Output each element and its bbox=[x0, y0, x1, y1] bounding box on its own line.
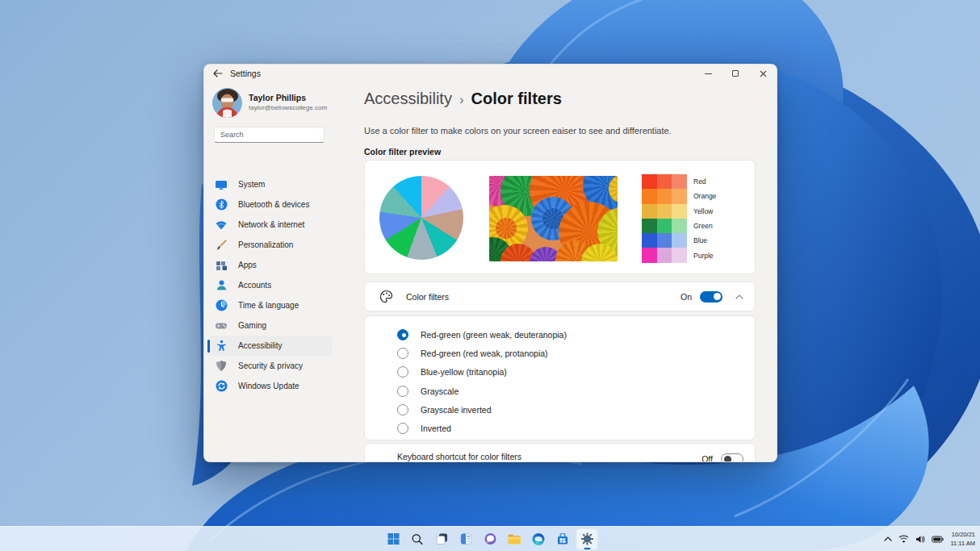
back-button[interactable] bbox=[207, 65, 228, 82]
sidebar-item-gaming[interactable]: Gaming bbox=[207, 315, 332, 336]
option-deuteranopia[interactable]: Red-green (green weak, deuteranopia) bbox=[397, 325, 755, 344]
radio[interactable] bbox=[397, 423, 408, 434]
swatch-row bbox=[642, 219, 687, 233]
widgets-icon[interactable] bbox=[455, 528, 477, 550]
taskbar-search-icon[interactable] bbox=[407, 528, 429, 550]
swatch-cell bbox=[672, 204, 687, 219]
brush-icon bbox=[215, 239, 228, 252]
radio[interactable] bbox=[397, 386, 408, 397]
keyboard-shortcut-toggle[interactable] bbox=[721, 453, 743, 462]
close-button[interactable] bbox=[749, 65, 777, 82]
search-icon bbox=[318, 131, 319, 139]
tray-clock[interactable]: 10/20/21 11:11 AM bbox=[950, 530, 975, 549]
swatch-cell bbox=[672, 174, 687, 189]
swatch-cell bbox=[642, 189, 657, 203]
edge-icon[interactable] bbox=[528, 528, 550, 550]
breadcrumb-parent[interactable]: Accessibility bbox=[364, 90, 452, 108]
sidebar-item-system[interactable]: System bbox=[207, 174, 332, 194]
avatar bbox=[212, 88, 242, 118]
tray-battery-icon[interactable] bbox=[932, 536, 944, 543]
option-grayscale-inverted[interactable]: Grayscale inverted bbox=[397, 400, 755, 419]
gamepad-icon bbox=[215, 319, 228, 332]
option-tritanopia[interactable]: Blue-yellow (tritanopia) bbox=[397, 363, 755, 382]
swatch-cell bbox=[657, 174, 672, 189]
swatch-row bbox=[642, 204, 687, 219]
swatch-cell bbox=[657, 219, 672, 233]
swatch-label: Green bbox=[693, 219, 716, 233]
preview-swatch-grid bbox=[642, 174, 687, 263]
start-button[interactable] bbox=[383, 528, 404, 550]
chevron-up-icon[interactable] bbox=[735, 294, 743, 299]
option-grayscale[interactable]: Grayscale bbox=[397, 382, 755, 400]
sidebar-nav: System Bluetooth & devices Network & int… bbox=[207, 174, 332, 396]
swatch-cell bbox=[672, 233, 687, 248]
sidebar-item-security[interactable]: Security & privacy bbox=[207, 356, 332, 376]
color-filters-toggle[interactable] bbox=[700, 291, 722, 303]
tray-chevron-up-icon[interactable] bbox=[884, 536, 892, 541]
taskbar-settings-icon[interactable] bbox=[576, 528, 598, 550]
sidebar: Taylor Phillips taylor@bellowscollege.co… bbox=[204, 82, 364, 461]
swatch-cell bbox=[657, 248, 672, 262]
tray-date: 10/20/21 bbox=[950, 530, 975, 539]
breadcrumb-separator: › bbox=[459, 92, 464, 108]
apps-icon bbox=[215, 259, 228, 272]
store-icon[interactable] bbox=[552, 528, 574, 550]
radio-selected[interactable] bbox=[397, 329, 408, 340]
sidebar-item-accounts[interactable]: Accounts bbox=[207, 275, 332, 295]
user-profile[interactable]: Taylor Phillips taylor@bellowscollege.co… bbox=[212, 88, 327, 118]
search-input[interactable] bbox=[215, 131, 318, 139]
swatch-row bbox=[642, 189, 687, 203]
color-filters-label: Color filters bbox=[406, 292, 681, 302]
swatch-cell bbox=[657, 189, 672, 203]
shield-icon bbox=[215, 360, 228, 373]
content-pane: Accessibility › Color filters Use a colo… bbox=[364, 82, 777, 461]
swatch-cell bbox=[672, 248, 687, 262]
swatch-row bbox=[642, 248, 687, 262]
radio[interactable] bbox=[397, 404, 408, 415]
sidebar-item-windows-update[interactable]: Windows Update bbox=[207, 376, 332, 396]
sidebar-item-bluetooth[interactable]: Bluetooth & devices bbox=[207, 194, 332, 215]
color-filters-state: On bbox=[681, 292, 692, 302]
swatch-cell bbox=[672, 189, 687, 203]
user-email: taylor@bellowscollege.com bbox=[249, 104, 327, 111]
preview-pinwheel-photo bbox=[489, 176, 618, 261]
sidebar-item-personalization[interactable]: Personalization bbox=[207, 235, 332, 255]
minimize-button[interactable] bbox=[694, 65, 722, 82]
swatch-cell bbox=[672, 219, 687, 233]
chat-icon[interactable] bbox=[480, 528, 501, 550]
tray-wifi-icon[interactable] bbox=[898, 535, 909, 543]
radio[interactable] bbox=[397, 366, 408, 378]
preview-section-label: Color filter preview bbox=[364, 147, 441, 157]
swatch-row bbox=[642, 233, 687, 248]
search-box bbox=[214, 127, 325, 143]
option-inverted[interactable]: Inverted bbox=[397, 419, 755, 437]
swatch-row bbox=[642, 174, 687, 189]
keyboard-shortcut-row: Keyboard shortcut for color filters Pres… bbox=[364, 443, 756, 462]
bluetooth-icon bbox=[215, 198, 228, 211]
maximize-button[interactable] bbox=[722, 65, 749, 82]
sidebar-item-network[interactable]: Network & internet bbox=[207, 215, 332, 235]
breadcrumb: Accessibility › Color filters bbox=[364, 90, 562, 108]
swatch-label: Purple bbox=[693, 248, 716, 262]
task-view-icon[interactable] bbox=[431, 528, 453, 550]
file-explorer-icon[interactable] bbox=[504, 528, 526, 550]
swatch-label: Red bbox=[693, 174, 716, 189]
color-filter-preview-card: RedOrangeYellowGreenBluePurple bbox=[364, 160, 756, 274]
sidebar-item-time-language[interactable]: Time & language bbox=[207, 295, 332, 315]
update-icon bbox=[215, 380, 228, 393]
option-protanopia[interactable]: Red-green (red weak, protanopia) bbox=[397, 344, 755, 362]
clock-icon bbox=[215, 299, 228, 312]
swatch-cell bbox=[642, 233, 657, 248]
taskbar: 10/20/21 11:11 AM bbox=[0, 526, 980, 551]
tray-time: 11:11 AM bbox=[950, 539, 975, 548]
user-name: Taylor Phillips bbox=[249, 93, 327, 102]
swatch-label: Orange bbox=[693, 189, 716, 203]
swatch-label: Blue bbox=[693, 233, 716, 248]
tray-volume-icon[interactable] bbox=[915, 535, 925, 544]
swatch-cell bbox=[642, 219, 657, 233]
sidebar-item-apps[interactable]: Apps bbox=[207, 255, 332, 275]
settings-window: Settings bbox=[203, 64, 777, 462]
sidebar-item-accessibility[interactable]: Accessibility bbox=[207, 336, 332, 356]
keyboard-shortcut-state: Off bbox=[701, 454, 713, 462]
radio[interactable] bbox=[397, 348, 408, 359]
